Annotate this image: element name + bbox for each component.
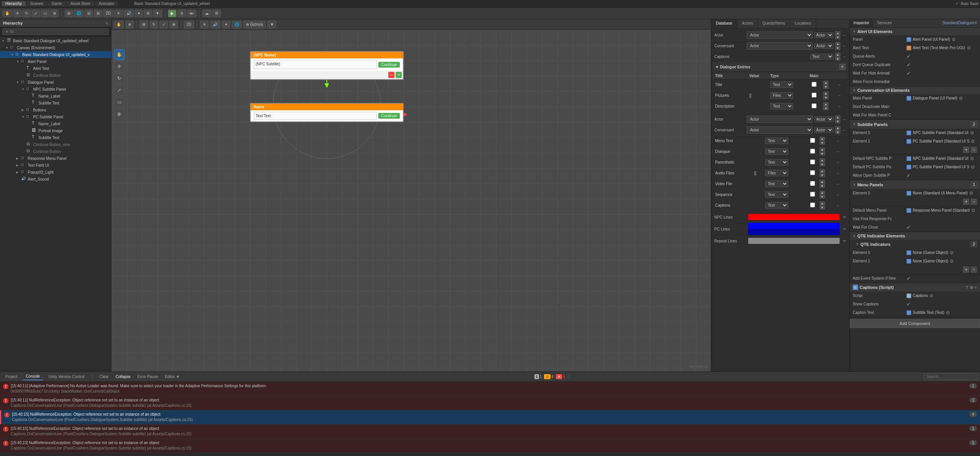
tree-item-popup03[interactable]: ▶ □ Popup03_Light xyxy=(0,169,111,176)
toolbar-rotate-btn[interactable]: ↻ xyxy=(22,10,31,17)
console-entry-2[interactable]: ! [15:40:11] NullReferenceException: Obj… xyxy=(0,396,980,410)
captions-help-icon[interactable]: ? xyxy=(966,285,968,290)
entry-main-pictures[interactable] xyxy=(812,93,817,98)
tab-hierarchy[interactable]: Hierarchy xyxy=(2,1,26,6)
npc-continue-btn[interactable]: Continue xyxy=(378,62,400,68)
captions-up-1[interactable]: ▲ xyxy=(835,53,840,56)
toolbar-audio-btn[interactable]: 🔊 xyxy=(124,10,134,17)
gear-subtitle-elem1[interactable]: ⚙ xyxy=(971,139,975,144)
scene-tb-fx[interactable]: ✦ xyxy=(222,21,230,28)
entry-type-select-pictures[interactable]: Files xyxy=(770,92,793,99)
pc-lines-edit[interactable]: ✏ xyxy=(843,227,846,232)
tree-item-response-menu[interactable]: ▶ □ Response Menu Panel xyxy=(0,155,111,162)
toolbar-global-btn[interactable]: 🌐 xyxy=(74,10,84,17)
toolbar-move-btn[interactable]: ✛ xyxy=(13,10,22,17)
gear-qte-elem1[interactable]: ⚙ xyxy=(950,259,954,264)
pc-dialogue-node[interactable]: Name Text Text Continue xyxy=(250,103,404,122)
gear-main-panel[interactable]: ⚙ xyxy=(959,96,963,101)
tree-item-name-label-1[interactable]: T Name_Label xyxy=(0,93,111,99)
toolbar-rect-btn[interactable]: ▭ xyxy=(41,10,50,17)
entry-up-captions[interactable]: ▲ xyxy=(820,201,825,205)
conversant-down-2[interactable]: ▼ xyxy=(835,130,840,134)
tree-item-subtitle-text-1[interactable]: T Subtitle Text xyxy=(0,99,111,106)
entry-down-captions[interactable]: ▼ xyxy=(820,206,825,209)
entries-add-btn[interactable]: + xyxy=(839,64,845,70)
entry-main-dialogue[interactable] xyxy=(810,149,815,154)
entry-up-pictures[interactable]: ▲ xyxy=(823,91,829,95)
entry-remove-audio[interactable]: − xyxy=(836,171,840,176)
qte-header[interactable]: ▼ QTE Indicator Elements xyxy=(850,232,980,240)
entry-main-description[interactable] xyxy=(812,103,817,108)
scene-tb-light[interactable]: ☀ xyxy=(200,21,209,28)
tree-item-continue-btn-2[interactable]: ⊡ Continue Button xyxy=(0,148,111,155)
actor-select-2[interactable]: Actor xyxy=(747,116,813,123)
captions-type-1[interactable]: Text xyxy=(810,54,834,60)
actor-type-select-1[interactable]: Actor xyxy=(814,32,834,38)
actor-down-1[interactable]: ▼ xyxy=(835,35,840,39)
scene-tb-gizmos2[interactable]: ⊕ Gizmos xyxy=(243,21,266,28)
gear-default-menu[interactable]: ⚙ xyxy=(971,208,975,213)
subtitle-add-btn[interactable]: + xyxy=(963,147,969,153)
console-entry-3[interactable]: ! [15:40:15] NullReferenceException: Obj… xyxy=(0,410,980,424)
console-error-pause-btn[interactable]: Error Pause xyxy=(135,374,160,380)
entry-type-select-description[interactable]: Text xyxy=(770,103,793,109)
tree-item-alert-panel[interactable]: ▼ □ Alert Panel xyxy=(0,58,111,65)
npc-plus-btn[interactable]: + xyxy=(396,72,402,78)
pc-lines-color[interactable] xyxy=(748,223,840,235)
conversant-remove-2[interactable]: − xyxy=(842,128,846,133)
dialogue-tab-database[interactable]: Database xyxy=(711,19,737,28)
entry-up-title[interactable]: ▲ xyxy=(823,81,829,85)
tool-rect[interactable]: ▭ xyxy=(114,97,125,108)
captions-more-icon[interactable]: ≡ xyxy=(975,285,977,290)
tree-item-continue-btn-new[interactable]: ⊡ Continue Button_new xyxy=(0,141,111,148)
entry-down-desc[interactable]: ▼ xyxy=(823,106,829,110)
actor-type-2[interactable]: Actor xyxy=(814,116,834,122)
qte-remove-btn[interactable]: − xyxy=(971,267,977,273)
entry-main-parenthetic[interactable] xyxy=(810,159,815,164)
entry-main-audio[interactable] xyxy=(810,170,815,175)
toolbar-more-btn[interactable]: ▼ xyxy=(153,10,162,17)
scene-tb-sky[interactable]: 🌐 xyxy=(232,21,242,28)
console-clear-btn[interactable]: Clear xyxy=(97,374,111,380)
actor-up-2[interactable]: ▲ xyxy=(835,115,840,119)
entry-main-menu-text[interactable] xyxy=(810,138,815,143)
console-tab-project[interactable]: Project xyxy=(2,373,20,380)
npc-minus-btn[interactable]: − xyxy=(388,72,394,78)
npc-dialogue-node[interactable]: (NPC Name) (NPC Subtitle) Continue − + xyxy=(250,51,404,80)
scene-tb-hand[interactable]: ✋ xyxy=(114,21,124,28)
tree-item-canvas[interactable]: ▼ □ Canvas (Environment) xyxy=(0,44,111,51)
qte-add-btn[interactable]: + xyxy=(963,267,969,273)
entry-up-desc[interactable]: ▲ xyxy=(823,102,829,106)
entry-up-audio[interactable]: ▲ xyxy=(820,169,825,173)
console-search-input[interactable] xyxy=(924,373,978,380)
entry-type-select-title[interactable]: Text xyxy=(770,81,793,88)
entry-main-title[interactable] xyxy=(812,82,817,87)
entry-down-title[interactable]: ▼ xyxy=(823,85,829,89)
tree-item-alert-sound[interactable]: 🔊 Alert_Sound xyxy=(0,176,111,182)
gear-subtitle-elem0[interactable]: ⚙ xyxy=(970,130,974,136)
actor-remove-2[interactable]: − xyxy=(842,117,846,122)
gear-panel[interactable]: ⚙ xyxy=(952,37,956,42)
toolbar-effects-btn[interactable]: ✦ xyxy=(135,10,143,17)
entry-type-dialogue[interactable]: Text xyxy=(765,148,788,155)
entry-down-menu-text[interactable]: ▼ xyxy=(820,141,825,145)
console-entry-5[interactable]: ! [15:40:23] NullReferenceException: Obj… xyxy=(0,439,980,453)
entry-remove-title[interactable]: − xyxy=(837,82,842,88)
tree-item-portrait-image[interactable]: 🖼 Portrait Image xyxy=(0,127,111,134)
entry-up-dialogue[interactable]: ▲ xyxy=(820,148,825,151)
conversation-ui-header[interactable]: ▼ Conversation UI Elements xyxy=(850,86,980,94)
entry-up-menu-text[interactable]: ▲ xyxy=(820,137,825,141)
gear-default-npc[interactable]: ⚙ xyxy=(970,156,974,161)
scene-tb-more2[interactable]: ▼ xyxy=(267,21,276,28)
toolbar-lighting-btn[interactable]: ☀ xyxy=(114,10,123,17)
scene-tb-2d[interactable]: 2D xyxy=(184,21,194,28)
toolbar-play-btn[interactable]: ▶ xyxy=(168,10,176,17)
gear-caption-text[interactable]: ⚙ xyxy=(946,310,950,315)
tab-scenes[interactable]: Scenes xyxy=(27,1,47,6)
tree-item-name-label-2[interactable]: T Name_Label xyxy=(0,120,111,127)
inspector-tab-services[interactable]: Services xyxy=(873,19,895,27)
scene-tb-scale[interactable]: ⤢ xyxy=(160,21,168,28)
tree-item-subtitle-text-2[interactable]: T Subtitle Text xyxy=(0,134,111,141)
scene-tb-combined[interactable]: ⊕ xyxy=(170,21,178,28)
entry-down-video[interactable]: ▼ xyxy=(820,184,825,188)
